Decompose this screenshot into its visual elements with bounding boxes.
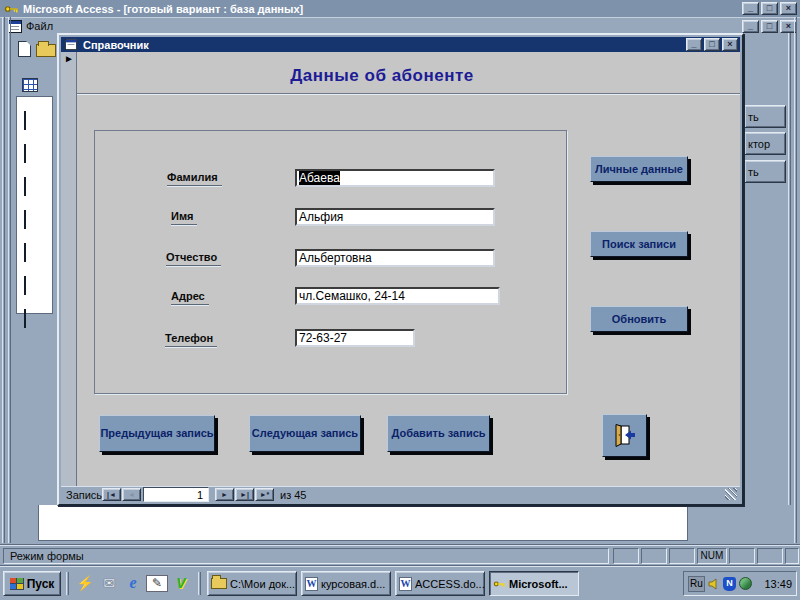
form-close-button[interactable]: × [722,38,738,51]
previous-record-button[interactable]: Предыдущая запись [99,415,215,452]
globe-icon[interactable] [739,577,752,590]
task-kursovaya-doc[interactable]: W курсовая.d... [301,571,391,596]
surname-input[interactable]: Абаева [295,169,495,187]
db-form-item[interactable] [24,277,52,295]
minimize-button[interactable]: _ [742,2,759,15]
database-window-fragment [38,505,688,541]
form-window-title: Справочник [83,39,149,51]
open-folder-icon[interactable] [36,44,56,57]
new-document-icon[interactable] [18,41,31,57]
last-record-button[interactable]: ►| [235,488,254,501]
form-icon [24,276,26,295]
record-selector-bar[interactable]: ► [61,52,77,486]
record-count-label: из 45 [280,489,306,501]
form-minimize-button[interactable]: _ [686,38,702,51]
find-record-button[interactable]: Поиск записи [590,231,688,257]
db-open-button[interactable]: ть [744,105,786,128]
next-record-nav-button[interactable]: ► [215,488,234,501]
db-form-item[interactable] [24,244,52,262]
child-restore-button[interactable]: □ [761,20,778,33]
db-form-item[interactable] [24,310,52,328]
db-form-item[interactable] [24,112,52,130]
status-cell [785,548,799,564]
child-minimize-button[interactable]: _ [742,20,759,33]
task-label: курсовая.d... [321,578,385,590]
internet-explorer-icon[interactable]: e [122,573,144,594]
patronymic-input[interactable]: Альбертовна [295,249,495,267]
word-icon: W [305,577,318,591]
lightning-icon[interactable]: ⚡ [74,573,96,594]
pencil-icon[interactable]: ✎ [146,575,168,592]
close-button[interactable]: × [780,2,797,15]
status-cell [729,548,755,564]
window-edge [788,33,791,505]
exit-form-button[interactable] [602,414,647,457]
taskbar-gripper [66,572,69,595]
first-record-button[interactable]: |◄ [102,488,121,501]
selected-text: Абаева [299,171,340,185]
windows-flag-icon [10,578,24,590]
datasheet-icon[interactable] [22,78,38,92]
task-my-documents[interactable]: C:\Мои док... [207,571,297,596]
record-number-input[interactable]: 1 [143,487,209,502]
restore-button[interactable]: □ [761,2,778,15]
form-icon [24,177,26,196]
field-label-address: Адрес [171,290,209,305]
task-access-doc[interactable]: W ACCESS.do... [395,571,485,596]
next-record-button[interactable]: Следующая запись [249,415,361,452]
field-label-surname: Фамилия [167,171,222,186]
status-cell [641,548,667,564]
word-icon: W [399,577,412,591]
v-app-icon[interactable]: V [170,573,192,594]
record-navigation-bar: Запись: |◄ ◄ 1 ► ►| ►* из 45 [61,486,740,502]
language-indicator[interactable]: Ru [688,576,705,592]
access-key-icon [493,579,506,589]
menu-file[interactable]: Файл [26,20,53,32]
task-microsoft-access[interactable]: Microsoft... [489,571,579,596]
screen-edge [794,17,797,543]
db-design-button[interactable]: ктор [744,132,786,155]
db-form-item[interactable] [24,145,52,163]
volume-icon[interactable] [708,578,720,590]
spravochnik-window: Справочник _ □ × ► Данные об абоненте Фа… [57,33,744,506]
toolbar-gripper [2,17,5,543]
clock: 13:49 [764,578,792,590]
form-icon [24,210,26,229]
system-tray: Ru N 13:49 [683,571,797,596]
main-titlebar: Microsoft Access - [готовый вариант : ба… [0,0,800,17]
db-new-button[interactable]: ть [744,160,786,183]
taskbar: Пуск ⚡ ✉ e ✎ V C:\Мои док... W курсовая.… [0,566,800,600]
personal-data-button[interactable]: Личные данные [590,156,688,182]
status-cell [613,548,639,564]
refresh-button[interactable]: Обновить [590,306,688,332]
resize-grip[interactable] [725,488,737,500]
form-window-titlebar[interactable]: Справочник _ □ × [61,37,740,52]
form-icon [65,39,77,50]
form-heading: Данные об абоненте [207,66,557,86]
firstname-input[interactable]: Альфия [295,208,495,226]
form-icon [24,243,26,262]
address-input[interactable]: чл.Семашко, 24-14 [295,287,500,305]
statusbar: Режим формы NUM [0,544,800,566]
start-button[interactable]: Пуск [3,571,61,596]
form-maximize-button[interactable]: □ [704,38,720,51]
taskbar-gripper [198,572,201,595]
previous-record-nav-button[interactable]: ◄ [122,488,141,501]
desktop: Microsoft Access - [готовый вариант : ба… [0,0,800,600]
start-label: Пуск [27,577,55,591]
main-window-title: Microsoft Access - [готовый вариант : ба… [23,3,303,15]
field-label-patronymic: Отчество [166,251,221,266]
toolbar-gripper [8,17,11,543]
form-icon [24,309,26,328]
mail-icon[interactable]: ✉ [98,573,120,594]
status-mode: Режим формы [3,548,609,564]
db-form-item[interactable] [24,178,52,196]
record-nav-label: Запись: [66,489,105,501]
new-record-button[interactable]: ►* [255,488,274,501]
task-label: C:\Мои док... [230,578,295,590]
phone-input[interactable]: 72-63-27 [295,329,415,347]
add-record-button[interactable]: Добавить запись [387,415,490,452]
antivirus-shield-icon[interactable]: N [723,577,736,591]
current-record-marker: ► [64,53,74,64]
db-form-item[interactable] [24,211,52,229]
